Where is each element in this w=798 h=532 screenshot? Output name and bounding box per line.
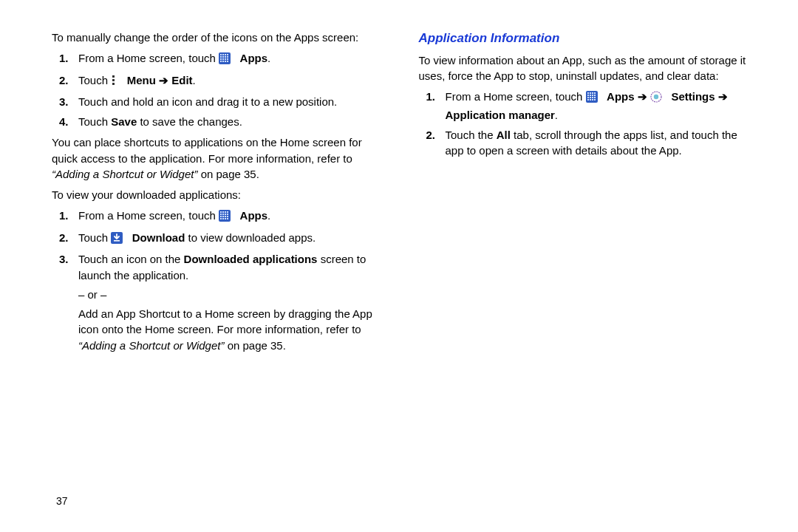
intro-text-2: To view your downloaded applications: xyxy=(52,187,391,203)
shortcut-paragraph: You can place shortcuts to applications … xyxy=(52,134,391,183)
menu-icon xyxy=(111,75,117,91)
apps-label: Apps xyxy=(240,209,268,222)
step-continuation: Add an App Shortcut to a Home screen by … xyxy=(78,306,391,354)
left-column: To manually change the order of the icon… xyxy=(52,30,391,532)
arrow-icon: ➔ xyxy=(159,74,171,86)
menu-label: Menu xyxy=(127,74,159,86)
step-text: Touch and hold an icon and drag it to a … xyxy=(78,95,337,108)
page-body: To manually change the order of the icon… xyxy=(0,0,798,532)
cont-text-tail: on page 35. xyxy=(224,339,285,352)
step-text: Touch xyxy=(78,115,111,128)
download-icon xyxy=(111,232,123,248)
steps-list-right: From a Home screen, touch Apps ➔ Setting… xyxy=(419,89,758,159)
step-text-tail: to save the changes. xyxy=(137,115,242,128)
cont-text: Add an App Shortcut to a Home screen by … xyxy=(78,307,372,336)
download-label: Download xyxy=(132,231,185,244)
edit-label: Edit xyxy=(171,74,192,86)
period: . xyxy=(267,52,270,64)
settings-label: Settings xyxy=(671,90,717,103)
step: From a Home screen, touch Apps ➔ Setting… xyxy=(419,89,758,123)
app-manager-label: Application manager xyxy=(446,109,555,121)
step: Touch the All tab, scroll through the ap… xyxy=(419,127,758,160)
step-text: From a Home screen, touch xyxy=(446,90,586,103)
intro-text-1: To manually change the order of the icon… xyxy=(52,30,391,46)
step-text: Touch xyxy=(78,74,111,86)
step-text: Touch an icon on the xyxy=(78,253,184,265)
page-number: 37 xyxy=(56,494,68,508)
arrow-icon: ➔ xyxy=(638,90,650,103)
step-text-tail: to view downloaded apps. xyxy=(185,231,316,244)
intro-text-right: To view information about an App, such a… xyxy=(419,52,758,85)
step: Touch Save to save the changes. xyxy=(52,114,391,130)
period: . xyxy=(555,109,558,121)
or-divider: – or – xyxy=(78,287,391,303)
para-text-tail: on page 35. xyxy=(197,168,259,180)
step: Touch Menu ➔ Edit. xyxy=(52,72,391,91)
step-text: From a Home screen, touch xyxy=(78,209,219,222)
step-text: From a Home screen, touch xyxy=(78,52,219,64)
apps-icon xyxy=(586,91,598,107)
step: Touch an icon on the Downloaded applicat… xyxy=(52,251,391,354)
period: . xyxy=(267,209,270,222)
reference-title: “Adding a Shortcut or Widget” xyxy=(78,339,224,352)
step: From a Home screen, touch Apps. xyxy=(52,50,391,69)
settings-icon xyxy=(650,91,662,107)
steps-list-1: From a Home screen, touch Apps. Touch Me… xyxy=(52,50,391,130)
arrow-icon: ➔ xyxy=(718,90,728,103)
step: Touch Download to view downloaded apps. xyxy=(52,230,391,248)
apps-icon xyxy=(219,52,231,69)
reference-title: “Adding a Shortcut or Widget” xyxy=(52,168,197,180)
steps-list-2: From a Home screen, touch Apps. Touch Do… xyxy=(52,208,391,354)
period: . xyxy=(193,74,196,86)
apps-icon xyxy=(219,210,231,226)
step: Touch and hold an icon and drag it to a … xyxy=(52,94,391,110)
step-text: Touch xyxy=(78,231,111,244)
save-label: Save xyxy=(111,115,137,128)
step-text: Touch the xyxy=(446,129,497,141)
all-tab-label: All xyxy=(497,129,511,141)
downloaded-apps-label: Downloaded applications xyxy=(184,253,318,265)
step: From a Home screen, touch Apps. xyxy=(52,208,391,226)
apps-label: Apps xyxy=(607,90,638,103)
para-text: You can place shortcuts to applications … xyxy=(52,136,362,165)
section-heading: Application Information xyxy=(419,30,758,48)
right-column: Application Information To view informat… xyxy=(419,30,758,532)
apps-label: Apps xyxy=(240,52,268,64)
